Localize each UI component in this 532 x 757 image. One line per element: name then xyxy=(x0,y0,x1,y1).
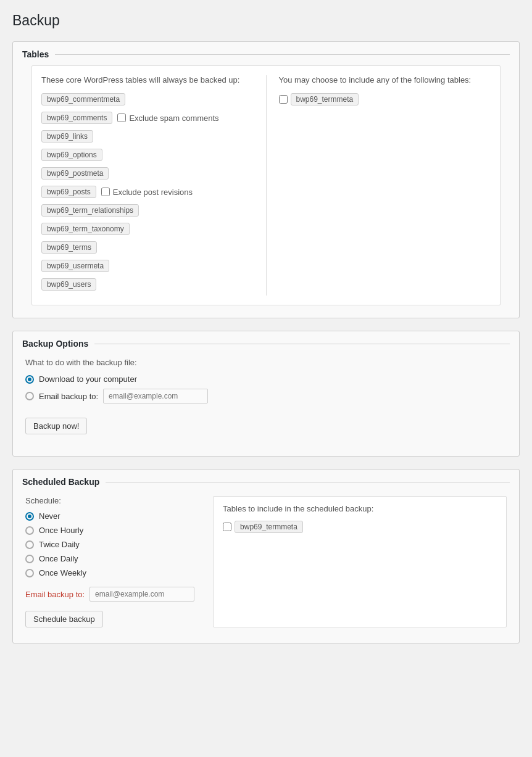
email-option: Email backup to: xyxy=(25,389,507,403)
schedule-never-radio-dot xyxy=(25,512,34,521)
what-label: What to do with the backup file: xyxy=(25,358,507,367)
email-backup-label: Email backup to: xyxy=(39,392,98,401)
table-badge-commentmeta: bwp69_commentmeta xyxy=(41,93,125,105)
optional-tables-col: You may choose to include any of the fol… xyxy=(279,75,491,296)
scheduled-table-termmeta-checkbox[interactable] xyxy=(223,523,231,531)
scheduled-table-termmeta-label[interactable]: bwp69_termmeta xyxy=(223,519,304,534)
tables-container: These core WordPress tables will always … xyxy=(31,65,501,305)
schedule-weekly-option: Once Weekly xyxy=(25,568,194,577)
tables-section-header: Tables xyxy=(13,42,519,59)
optional-table-termmeta-checkbox[interactable] xyxy=(279,95,288,104)
tables-scheduled-label: Tables to include in the scheduled backu… xyxy=(223,504,497,513)
scheduled-backup-header: Scheduled Backup xyxy=(13,470,519,487)
table-row: bwp69_termmeta xyxy=(223,519,497,534)
page-title: Backup xyxy=(12,12,520,29)
table-row: bwp69_links xyxy=(41,129,254,144)
table-row: bwp69_users xyxy=(41,277,254,292)
schedule-email-input[interactable] xyxy=(89,587,194,602)
table-row: bwp69_terms xyxy=(41,240,254,255)
optional-table-termmeta-label[interactable]: bwp69_termmeta xyxy=(279,92,360,107)
schedule-hourly-radio-dot xyxy=(25,526,34,535)
schedule-label: Schedule: xyxy=(25,496,194,505)
table-row: bwp69_options xyxy=(41,147,254,162)
schedule-weekly-radio-dot xyxy=(25,569,34,577)
schedule-backup-button[interactable]: Schedule backup xyxy=(25,611,103,627)
download-radio-dot xyxy=(25,375,34,384)
tables-section-title: Tables xyxy=(22,49,55,59)
table-row: bwp69_term_relationships xyxy=(41,203,254,218)
schedule-daily-label: Once Daily xyxy=(39,554,78,563)
schedule-hourly-option: Once Hourly xyxy=(25,526,194,535)
scheduled-backup-section: Scheduled Backup Schedule: Never Once Ho… xyxy=(12,469,520,643)
optional-tables-label: You may choose to include any of the fol… xyxy=(279,75,491,85)
backup-options-divider xyxy=(94,344,510,344)
schedule-email-section: Email backup to: xyxy=(25,587,194,602)
schedule-hourly-label: Once Hourly xyxy=(39,526,83,535)
scheduled-cols: Schedule: Never Once Hourly Twice Daily xyxy=(25,496,507,627)
backup-options-section: Backup Options What to do with the backu… xyxy=(12,331,520,457)
schedule-col: Schedule: Never Once Hourly Twice Daily xyxy=(25,496,194,627)
scheduled-table-badge-termmeta: bwp69_termmeta xyxy=(235,521,303,533)
table-badge-term-rel: bwp69_term_relationships xyxy=(41,204,139,217)
exclude-revisions-checkbox[interactable] xyxy=(101,188,110,196)
schedule-twice-daily-radio-dot xyxy=(25,540,34,549)
table-row: bwp69_postmeta xyxy=(41,166,254,181)
table-badge-links: bwp69_links xyxy=(41,130,93,143)
schedule-twice-daily-label: Twice Daily xyxy=(39,540,80,549)
email-backup-input[interactable] xyxy=(103,389,208,403)
table-badge-posts: bwp69_posts xyxy=(41,186,96,198)
schedule-email-row: Email backup to: xyxy=(25,587,194,602)
table-row: bwp69_comments Exclude spam comments xyxy=(41,110,254,125)
backup-options-title: Backup Options xyxy=(22,339,94,349)
schedule-email-label: Email backup to: xyxy=(25,590,85,599)
table-badge-usermeta: bwp69_usermeta xyxy=(41,260,109,272)
exclude-spam-label[interactable]: Exclude spam comments xyxy=(117,114,218,123)
scheduled-inner: Schedule: Never Once Hourly Twice Daily xyxy=(13,487,519,631)
tables-section-divider xyxy=(55,54,510,55)
schedule-daily-radio-dot xyxy=(25,555,34,563)
tables-section: Tables These core WordPress tables will … xyxy=(12,41,520,318)
exclude-spam-checkbox[interactable] xyxy=(117,114,126,122)
schedule-twice-daily-option: Twice Daily xyxy=(25,540,194,549)
scheduled-backup-title: Scheduled Backup xyxy=(22,477,106,487)
download-option: Download to your computer xyxy=(25,374,507,384)
schedule-never-label: Never xyxy=(39,511,60,521)
schedule-daily-option: Once Daily xyxy=(25,554,194,563)
tables-scheduled-col: Tables to include in the scheduled backu… xyxy=(213,496,507,627)
core-tables-label: These core WordPress tables will always … xyxy=(41,75,254,85)
schedule-weekly-label: Once Weekly xyxy=(39,568,86,577)
table-row: bwp69_termmeta xyxy=(279,92,491,107)
table-badge-comments: bwp69_comments xyxy=(41,112,112,124)
table-row: bwp69_usermeta xyxy=(41,259,254,273)
scheduled-backup-divider xyxy=(106,482,510,482)
exclude-revisions-label[interactable]: Exclude post revisions xyxy=(101,188,193,197)
tables-col-divider xyxy=(266,75,267,296)
core-tables-col: These core WordPress tables will always … xyxy=(41,75,254,296)
table-badge-postmeta: bwp69_postmeta xyxy=(41,167,109,180)
table-badge-termmeta: bwp69_termmeta xyxy=(291,93,359,105)
table-row: bwp69_posts Exclude post revisions xyxy=(41,184,254,199)
backup-options-inner: What to do with the backup file: Downloa… xyxy=(13,349,519,444)
table-row: bwp69_commentmeta xyxy=(41,92,254,107)
schedule-never-option: Never xyxy=(25,511,194,521)
table-badge-users: bwp69_users xyxy=(41,278,96,291)
email-radio-dot xyxy=(25,392,34,400)
table-row: bwp69_term_taxonomy xyxy=(41,221,254,236)
table-badge-term-tax: bwp69_term_taxonomy xyxy=(41,223,130,235)
download-label: Download to your computer xyxy=(39,374,137,384)
table-badge-terms: bwp69_terms xyxy=(41,241,97,254)
backup-now-button[interactable]: Backup now! xyxy=(25,418,87,434)
backup-options-header: Backup Options xyxy=(13,331,519,349)
table-badge-options: bwp69_options xyxy=(41,149,102,161)
